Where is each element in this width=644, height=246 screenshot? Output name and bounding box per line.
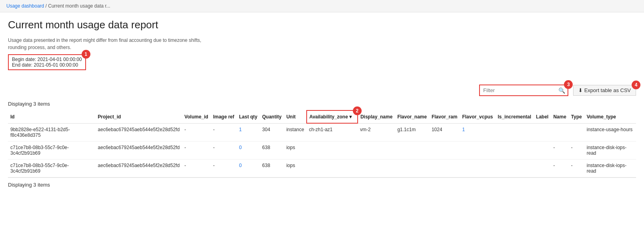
col-display-name: Display_name — [358, 110, 395, 123]
badge-1: 1 — [82, 50, 90, 59]
cell-last-qty: 1 — [237, 123, 260, 141]
cell-label — [534, 141, 551, 159]
col-label: Label — [534, 110, 551, 123]
cell-volume-type: instance-usage-hours — [584, 123, 636, 141]
col-is-incremental: Is_incremental — [495, 110, 534, 123]
cell-flavor-ram — [429, 141, 460, 159]
cell-display-name — [358, 159, 395, 177]
info-line2: rounding process, and others. — [8, 44, 636, 51]
cell-volume-type: instance-disk-iops-read — [584, 141, 636, 159]
col-last-qty: Last qty — [237, 110, 260, 123]
toolbar: 🔍 3 ⬇ Export table as CSV 4 — [8, 85, 636, 96]
cell-last-qty: 0 — [237, 159, 260, 177]
displaying-count-top: Displaying 3 items — [8, 101, 636, 107]
cell-type: - — [569, 159, 584, 177]
page-title: Current month usage data report — [8, 19, 636, 31]
end-date-label: End date: — [12, 62, 32, 68]
cell-volume-type: instance-disk-iops-read — [584, 159, 636, 177]
export-wrapper: ⬇ Export table as CSV 4 — [573, 85, 636, 96]
end-date: End date: 2021-05-01 00:00:00 — [12, 62, 82, 68]
col-unit: Unit — [284, 110, 307, 123]
table-row: c71ce7b8-08b3-55c7-9c0e-3c4cf2b91b69aec6… — [8, 159, 636, 177]
cell-image-ref: - — [211, 159, 237, 177]
cell-type — [569, 123, 584, 141]
table-row: c71ce7b8-08b3-55c7-9c0e-3c4cf2b91b69aec6… — [8, 141, 636, 159]
displaying-count-bottom: Displaying 3 items — [8, 177, 636, 192]
badge-4: 4 — [632, 81, 640, 89]
col-flavor-vcpus: Flavor_vcpus — [460, 110, 495, 123]
cell-volume-id: - — [182, 159, 211, 177]
cell-id: c71ce7b8-08b3-55c7-9c0e-3c4cf2b91b69 — [8, 159, 96, 177]
cell-id: c71ce7b8-08b3-55c7-9c0e-3c4cf2b91b69 — [8, 141, 96, 159]
cell-quantity: 304 — [260, 123, 284, 141]
breadcrumb-separator: / — [45, 3, 48, 9]
cell-label — [534, 159, 551, 177]
cell-project-id: aec6ebac679245aeb544e5f2e28d52fd — [96, 159, 182, 177]
cell-unit: instance — [284, 123, 307, 141]
cell-label — [534, 123, 551, 141]
filter-wrapper: 🔍 3 — [479, 85, 568, 96]
cell-quantity: 638 — [260, 159, 284, 177]
table-body: 9bb2828e-e522-4131-b2d5-f8c436e8d375aec6… — [8, 123, 636, 177]
cell-flavor-vcpus: 1 — [460, 123, 495, 141]
cell-volume-id: - — [182, 141, 211, 159]
search-icon: 🔍 — [558, 87, 565, 94]
cell-id: 9bb2828e-e522-4131-b2d5-f8c436e8d375 — [8, 123, 96, 141]
cell-flavor-vcpus — [460, 141, 495, 159]
cell-flavor-vcpus — [460, 159, 495, 177]
badge-3: 3 — [564, 80, 573, 89]
breadcrumb-parent[interactable]: Usage dashboard — [6, 3, 44, 9]
main-content: Current month usage data report Usage da… — [0, 12, 644, 198]
breadcrumb-current: Current month usage data r... — [48, 3, 110, 9]
col-id: Id — [8, 110, 96, 123]
col-image-ref: Image ref — [211, 110, 237, 123]
cell-flavor-name — [395, 141, 429, 159]
cell-unit: iops — [284, 141, 307, 159]
cell-project-id: aec6ebac679245aeb544e5f2e28d52fd — [96, 123, 182, 141]
cell-volume-id: - — [182, 123, 211, 141]
cell-project-id: aec6ebac679245aeb544e5f2e28d52fd — [96, 141, 182, 159]
cell-image-ref: - — [211, 141, 237, 159]
col-volume-type: Volume_type — [584, 110, 636, 123]
cell-display-name — [358, 141, 395, 159]
cell-availability-zone — [307, 159, 358, 177]
cell-is-incremental — [495, 123, 534, 141]
cell-quantity: 638 — [260, 141, 284, 159]
cell-availability-zone: ch-zh1-az1 — [307, 123, 358, 141]
export-csv-button[interactable]: ⬇ Export table as CSV — [573, 85, 636, 96]
filter-input[interactable] — [480, 85, 568, 95]
info-text: Usage data presented in the report might… — [8, 37, 636, 51]
info-line1: Usage data presented in the report might… — [8, 37, 636, 44]
date-range-box: Begin date: 2021-04-01 00:00:00 End date… — [8, 54, 86, 77]
begin-date-value: 2021-04-01 00:00:00 — [37, 57, 82, 62]
cell-flavor-name — [395, 159, 429, 177]
cell-is-incremental — [495, 141, 534, 159]
begin-date: Begin date: 2021-04-01 00:00:00 — [12, 57, 82, 62]
end-date-value: 2021-05-01 00:00:00 — [34, 62, 78, 68]
badge-2: 2 — [353, 106, 362, 115]
filter-input-box: 🔍 — [479, 85, 568, 96]
col-flavor-ram: Flavor_ram — [429, 110, 460, 123]
col-type: Type — [569, 110, 584, 123]
breadcrumb: Usage dashboard / Current month usage da… — [0, 0, 644, 12]
cell-name: - — [551, 141, 569, 159]
cell-flavor-ram — [429, 159, 460, 177]
col-quantity: Quantity — [260, 110, 284, 123]
cell-name: - — [551, 159, 569, 177]
col-volume-id: Volume_id — [182, 110, 211, 123]
cell-type: - — [569, 141, 584, 159]
cell-availability-zone — [307, 141, 358, 159]
cell-image-ref: - — [211, 123, 237, 141]
cell-display-name: vm-2 — [358, 123, 395, 141]
col-project-id: Project_id — [96, 110, 182, 123]
cell-flavor-name: g1.1c1m — [395, 123, 429, 141]
table-header-row: Id Project_id Volume_id Image ref Last q… — [8, 110, 636, 123]
date-box-inner: Begin date: 2021-04-01 00:00:00 End date… — [8, 54, 86, 70]
col-availability-zone[interactable]: Availability_zone ▾ 2 — [307, 110, 358, 123]
data-table: Id Project_id Volume_id Image ref Last q… — [8, 110, 636, 177]
cell-unit: iops — [284, 159, 307, 177]
cell-name — [551, 123, 569, 141]
cell-is-incremental — [495, 159, 534, 177]
cell-flavor-ram: 1024 — [429, 123, 460, 141]
cell-last-qty: 0 — [237, 141, 260, 159]
